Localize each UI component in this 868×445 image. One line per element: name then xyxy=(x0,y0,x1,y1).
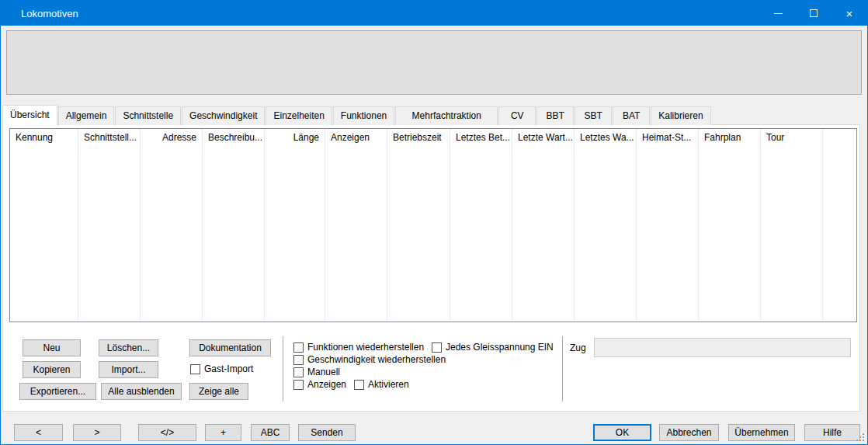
tab-cv[interactable]: CV xyxy=(498,106,536,125)
dialog-body: Übersicht Allgemein Schnittstelle Geschw… xyxy=(1,26,867,444)
window-controls: × xyxy=(760,1,867,26)
column-beschreibung[interactable]: Beschreibu... xyxy=(203,129,265,322)
jedes-gleisspannung-ein-checkbox[interactable]: Jedes Gleisspannung EIN xyxy=(432,342,554,353)
close-button[interactable]: × xyxy=(832,1,867,26)
top-panel xyxy=(6,30,862,95)
column-letztes-betrieb[interactable]: Letztes Bet... xyxy=(450,129,512,322)
dokumentation-button[interactable]: Dokumentation xyxy=(189,339,271,356)
checkbox-box-icon xyxy=(432,342,442,353)
hilfe-button[interactable]: Hilfe xyxy=(804,424,860,441)
checkbox-box-icon xyxy=(293,367,304,377)
window-title: Lokomotiven xyxy=(1,8,78,19)
zug-input[interactable] xyxy=(594,338,851,357)
column-tour[interactable]: Tour xyxy=(761,129,823,322)
maximize-icon xyxy=(810,9,818,17)
loeschen-button[interactable]: Löschen... xyxy=(99,339,158,356)
tab-uebersicht[interactable]: Übersicht xyxy=(2,105,57,126)
tab-sbt[interactable]: SBT xyxy=(575,106,612,125)
uebernehmen-button[interactable]: Übernehmen xyxy=(728,424,795,441)
locomotive-table[interactable]: Kennung Schnittstell... Adresse Beschrei… xyxy=(9,128,857,322)
checkbox-box-icon xyxy=(190,364,200,374)
divider-buttons-options xyxy=(283,336,283,402)
tab-bat[interactable]: BAT xyxy=(613,106,650,125)
column-betriebszeit[interactable]: Betriebszeit xyxy=(387,129,450,322)
tab-mehrfachtraktion[interactable]: Mehrfachtraktion xyxy=(395,106,498,125)
column-fahrplan[interactable]: Fahrplan xyxy=(699,129,761,322)
abc-button[interactable]: ABC xyxy=(251,424,290,441)
alle-ausblenden-button[interactable]: Alle ausblenden xyxy=(101,383,182,400)
maximize-button[interactable] xyxy=(796,1,832,26)
checkbox-box-icon xyxy=(293,380,304,390)
column-letztes-wartungs[interactable]: Letztes Wa... xyxy=(575,129,637,322)
aktivieren-checkbox[interactable]: Aktivieren xyxy=(354,379,409,390)
column-schnittstelle[interactable]: Schnittstell... xyxy=(78,129,141,322)
manuell-checkbox[interactable]: Manuell xyxy=(293,367,340,377)
zug-label: Zug xyxy=(570,342,586,353)
exportieren-button[interactable]: Exportieren... xyxy=(19,383,96,400)
tab-funktionen[interactable]: Funktionen xyxy=(333,106,394,125)
column-filler xyxy=(823,129,856,322)
titlebar[interactable]: Lokomotiven × xyxy=(1,1,867,26)
ok-button[interactable]: OK xyxy=(593,424,651,441)
abbrechen-button[interactable]: Abbrechen xyxy=(659,424,719,441)
tab-page-uebersicht: Kennung Schnittstell... Adresse Beschrei… xyxy=(2,124,860,412)
checkbox-box-icon xyxy=(293,342,304,353)
resize-grip-icon[interactable] xyxy=(856,433,865,442)
import-button[interactable]: Import... xyxy=(99,361,158,378)
neu-button[interactable]: Neu xyxy=(23,339,81,356)
column-kennung[interactable]: Kennung xyxy=(10,129,78,322)
plus-button[interactable]: + xyxy=(205,424,241,441)
minimize-icon xyxy=(774,13,783,14)
column-adresse[interactable]: Adresse xyxy=(141,129,203,322)
kopieren-button[interactable]: Kopieren xyxy=(23,361,81,378)
tab-allgemein[interactable]: Allgemein xyxy=(58,106,115,125)
close-icon: × xyxy=(846,8,853,19)
lokomotiven-dialog: Lokomotiven × Übersicht Allgemein Schnit… xyxy=(0,0,868,445)
column-laenge[interactable]: Länge xyxy=(265,129,325,322)
anzeigen-checkbox[interactable]: Anzeigen xyxy=(293,379,346,390)
geschwindigkeit-wiederherstellen-checkbox[interactable]: Geschwindigkeit wiederherstellen xyxy=(293,354,446,365)
column-letzte-wartung[interactable]: Letzte Wart... xyxy=(512,129,575,322)
column-heimat-stelle[interactable]: Heimat-St... xyxy=(637,129,699,322)
minimize-button[interactable] xyxy=(760,1,796,26)
column-anzeigen[interactable]: Anzeigen xyxy=(325,129,387,322)
checkbox-box-icon xyxy=(354,380,364,390)
funktionen-wiederherstellen-checkbox[interactable]: Funktionen wiederherstellen xyxy=(293,342,424,353)
next-button[interactable]: > xyxy=(73,424,121,441)
prev-button[interactable]: < xyxy=(14,424,63,441)
divider-options-zug xyxy=(562,336,563,402)
tab-geschwindigkeit[interactable]: Geschwindigkeit xyxy=(182,106,265,125)
tab-strip: Übersicht Allgemein Schnittstelle Geschw… xyxy=(2,104,712,125)
tab-bbt[interactable]: BBT xyxy=(536,106,574,125)
tab-einzelheiten[interactable]: Einzelheiten xyxy=(266,106,332,125)
tab-kalibrieren[interactable]: Kalibrieren xyxy=(651,106,710,125)
tab-schnittstelle[interactable]: Schnittstelle xyxy=(115,106,181,125)
code-button[interactable]: </> xyxy=(138,424,196,441)
senden-button[interactable]: Senden xyxy=(298,424,356,441)
checkbox-box-icon xyxy=(293,355,304,365)
zeige-alle-button[interactable]: Zeige alle xyxy=(189,383,248,400)
gast-import-checkbox[interactable]: Gast-Import xyxy=(190,363,253,374)
